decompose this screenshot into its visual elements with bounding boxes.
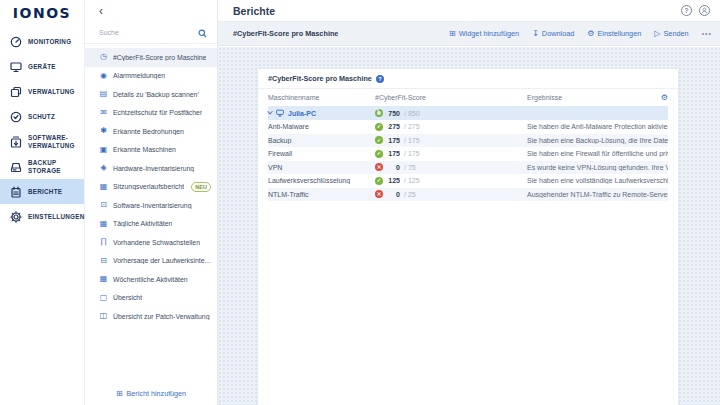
table-row[interactable]: NTLM-Traffic 0 25 Ausgehender NTLM-Traff…: [268, 188, 668, 202]
report-item-hardware-inventarisierung[interactable]: ◈ Hardware-Inventarisierung: [85, 159, 217, 178]
sidebar-item-einstellungen[interactable]: EINSTELLUNGEN: [0, 204, 84, 229]
report-item-software-inventarisierung[interactable]: ⊡ Software-Inventarisierung: [85, 196, 217, 215]
table-row[interactable]: Firewall 175 175 Sie haben eine Firewall…: [268, 147, 668, 161]
send-label: Senden: [663, 29, 688, 38]
more-options-button[interactable]: •••: [702, 30, 712, 37]
report-icon: [9, 185, 22, 198]
gauge-icon: [9, 35, 22, 48]
report-item-taegliche-aktivitaeten[interactable]: ▦ Tägliche Aktivitäten: [85, 215, 217, 234]
check-result: Sie haben eine vollständige Laufwerksver…: [527, 177, 668, 184]
search-input[interactable]: [99, 29, 194, 36]
check-score-max: 75: [404, 164, 416, 171]
sidebar-item-berichte[interactable]: BERICHTE: [0, 179, 84, 204]
settings-label: Einstellungen: [597, 29, 641, 38]
download-button[interactable]: ↧ Download: [532, 29, 574, 38]
sidebar-item-software-verwaltung[interactable]: SOFTWARE-VERWALTUNG: [0, 129, 84, 154]
report-item-cyberfit-score[interactable]: ◷ #CyberFit-Score pro Maschine: [85, 48, 217, 67]
table-settings-gear-icon[interactable]: ⚙: [661, 94, 668, 102]
report-item-sitzungsverlaufsbericht[interactable]: ▦ Sitzungsverlaufsbericht NEU: [85, 178, 217, 197]
machine-name-label: Julia-PC: [288, 110, 316, 117]
report-item-erkannte-maschinen[interactable]: ▣ Erkannte Maschinen: [85, 141, 217, 160]
report-item-label: Vorhandene Schwachstellen: [113, 239, 200, 246]
column-header-maschinenname[interactable]: Maschinenname: [268, 94, 375, 101]
sidebar-item-label: SCHUTZ: [28, 113, 55, 121]
sidebar-item-monitoring[interactable]: MONITORING: [0, 29, 84, 54]
send-button[interactable]: ▷ Senden: [654, 29, 688, 38]
report-item-label: Vorhersage der Laufwerksintegrität: [113, 257, 212, 264]
table-row[interactable]: Laufwerksverschlüsselung 125 125 Sie hab…: [268, 174, 668, 188]
computer-icon: [276, 109, 284, 118]
back-chevron-icon[interactable]: ‹: [99, 5, 103, 17]
column-header-cyberfit-score[interactable]: #CyberFit-Score: [375, 94, 527, 101]
sidebar-item-verwaltung[interactable]: VERWALTUNG: [0, 79, 84, 104]
sidebar-item-backup-storage[interactable]: BACKUP STORAGE: [0, 154, 84, 179]
add-report-button[interactable]: ⊞ Bericht hinzufügen: [85, 389, 217, 398]
report-item-label: Übersicht: [113, 294, 142, 301]
check-score: 0: [387, 191, 400, 198]
check-score: 0: [387, 164, 400, 171]
report-item-label: Erkannte Maschinen: [113, 146, 176, 153]
gear-icon: [9, 210, 22, 223]
ionos-logo: IONOS: [0, 0, 84, 29]
machine-score-max: 850: [404, 110, 420, 117]
software-box-icon: [9, 135, 22, 148]
table-row[interactable]: VPN 0 75 Es wurde keine VPN-Lösung gefun…: [268, 161, 668, 175]
report-item-echtzeitschutz[interactable]: ✉ Echtzeitschutz für Postfächer: [85, 104, 217, 123]
status-ok-icon: [375, 123, 383, 131]
report-item-label: Hardware-Inventarisierung: [113, 165, 194, 172]
help-icon[interactable]: ?: [681, 5, 692, 16]
sidebar-item-label: SOFTWARE-VERWALTUNG: [28, 134, 81, 150]
shield-check-icon: [9, 110, 22, 123]
check-name: Laufwerksverschlüsselung: [268, 177, 375, 184]
report-item-uebersicht[interactable]: ▢ Übersicht: [85, 289, 217, 308]
plus-square-icon: ⊞: [449, 30, 456, 38]
account-icon[interactable]: [699, 5, 710, 16]
report-item-label: Alarmmeldungen: [113, 72, 165, 79]
check-result: Es wurde keine VPN-Lösung gefunden. Ihre…: [527, 164, 668, 171]
threats-report-icon: ✱: [99, 127, 108, 135]
report-item-label: Software-Inventarisierung: [113, 202, 192, 209]
add-widget-label: Widget hinzufügen: [459, 29, 519, 38]
report-item-label: Sitzungsverlaufsbericht: [113, 183, 184, 190]
check-result: Sie haben eine Firewall für öffentliche …: [527, 150, 668, 157]
report-item-woechentliche-aktivitaeten[interactable]: ▦ Wöchentliche Aktivitäten: [85, 270, 217, 289]
check-score-max: 125: [404, 177, 420, 184]
report-item-backup-scannen[interactable]: ▤ Details zu 'Backup scannen': [85, 85, 217, 104]
check-result: Sie haben eine Backup-Lösung, die Ihre D…: [527, 137, 668, 144]
chevron-down-icon[interactable]: [267, 109, 273, 115]
sidebar-item-schutz[interactable]: SCHUTZ: [0, 104, 84, 129]
main-sidebar: IONOS MONITORING GERÄTE VERWALTUNG SCHUT…: [0, 0, 85, 405]
gear-icon: ⚙: [587, 30, 594, 38]
cyberfit-report-card: #CyberFit-Score pro Maschine ? Maschinen…: [258, 69, 678, 405]
column-header-ergebnisse[interactable]: Ergebnisse: [527, 94, 657, 101]
report-item-alarmmeldungen[interactable]: ◉ Alarmmeldungen: [85, 67, 217, 86]
layers-icon: [9, 85, 22, 98]
cyberfit-report-icon: ◷: [99, 53, 108, 61]
page-title: Berichte: [233, 5, 275, 17]
search-bar: [85, 22, 217, 44]
info-icon[interactable]: ?: [376, 75, 384, 83]
search-icon[interactable]: [198, 24, 207, 42]
patch-report-icon: ◫: [99, 312, 108, 320]
report-item-patch-verwaltung[interactable]: ◫ Übersicht zur Patch-Verwaltung: [85, 307, 217, 326]
check-score: 275: [387, 123, 400, 130]
check-score: 175: [387, 137, 400, 144]
sidebar-item-label: BACKUP STORAGE: [28, 159, 81, 175]
status-ok-icon: [375, 177, 383, 185]
sidebar-item-label: MONITORING: [28, 38, 71, 46]
table-row[interactable]: Backup 175 175 Sie haben eine Backup-Lös…: [268, 134, 668, 148]
page-header: Berichte ?: [218, 0, 720, 22]
check-score-max: 275: [404, 123, 420, 130]
drive-icon: [9, 160, 22, 173]
report-item-schwachstellen[interactable]: ∏ Vorhandene Schwachstellen: [85, 233, 217, 252]
status-ok-icon: [375, 136, 383, 144]
report-item-laufwerksintegritaet[interactable]: ⊟ Vorhersage der Laufwerksintegrität: [85, 252, 217, 271]
add-widget-button[interactable]: ⊞ Widget hinzufügen: [449, 29, 519, 38]
settings-button[interactable]: ⚙ Einstellungen: [587, 29, 641, 38]
table-row[interactable]: Anti-Malware 275 275 Sie haben die Anti-…: [268, 120, 668, 134]
sidebar-item-geraete[interactable]: GERÄTE: [0, 54, 84, 79]
machine-row[interactable]: Julia-PC 750 850: [268, 106, 668, 120]
report-item-erkannte-bedrohungen[interactable]: ✱ Erkannte Bedrohungen: [85, 122, 217, 141]
check-score-max: 175: [404, 150, 420, 157]
software-report-icon: ⊡: [99, 201, 108, 209]
